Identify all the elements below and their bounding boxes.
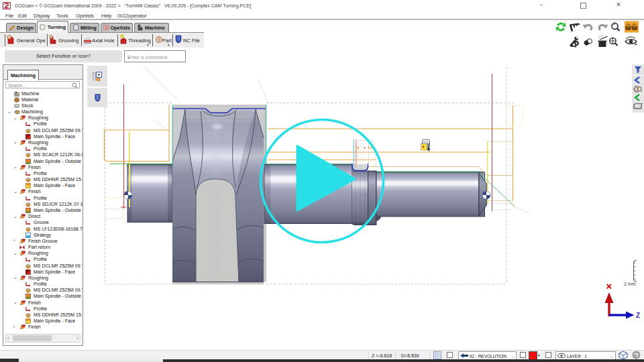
svg-text:2 mm: 2 mm [624,282,636,286]
svg-text:Z: Z [636,312,640,319]
